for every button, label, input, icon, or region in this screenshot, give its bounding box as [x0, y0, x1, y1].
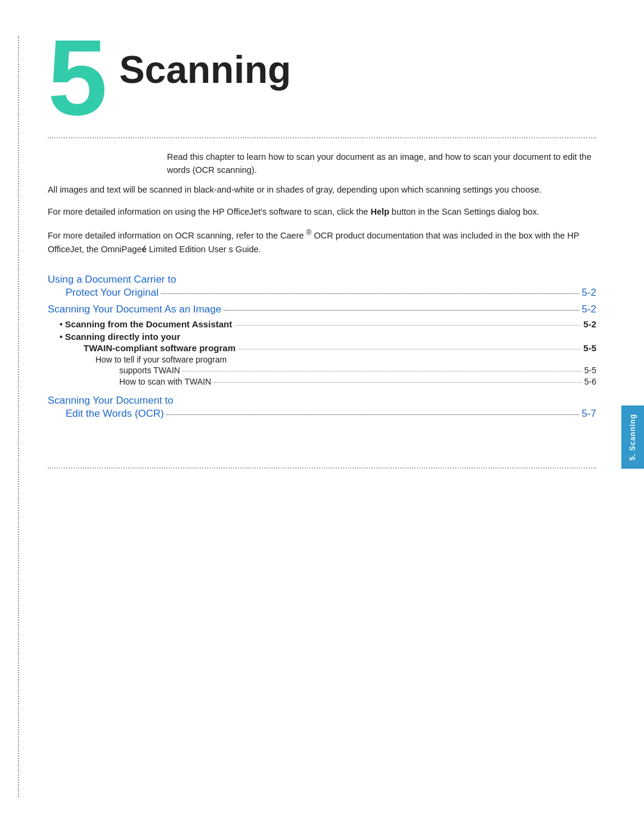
toc-entry-scanning-image: Scanning Your Document As an Image 5-2 — [48, 304, 596, 315]
toc-row-twain-scan: How to scan with TWAIN 5-6 — [48, 377, 596, 386]
body-paragraph2: All images and text will be scanned in b… — [48, 183, 596, 197]
toc-entry-twain-scan: How to scan with TWAIN 5-6 — [48, 377, 596, 386]
toc-page-assistant: 5-2 — [583, 319, 596, 329]
toc-row-directly: • Scanning directly into your — [48, 332, 596, 342]
toc-label-ocr-2: Edit the Words (OCR) — [48, 408, 164, 420]
toc-section: Using a Document Carrier to Protect Your… — [48, 274, 596, 420]
toc-row-assistant: • Scanning from the Document Assistant 5… — [48, 319, 596, 329]
intro-paragraph1: Read this chapter to learn how to scan y… — [167, 150, 596, 177]
toc-dots-ocr — [166, 414, 579, 415]
separator-line-top — [48, 137, 596, 138]
toc-entry-ocr: Scanning Your Document to Edit the Words… — [48, 395, 596, 420]
side-tab-label: 5. Scanning — [628, 414, 637, 460]
toc-entry-assistant: • Scanning from the Document Assistant 5… — [48, 319, 596, 329]
toc-entry-directly: • Scanning directly into your — [48, 332, 596, 342]
toc-row-carrier-2: Protect Your Original 5-2 — [48, 287, 596, 299]
toc-row-supports-1: How to tell if your software program — [48, 355, 596, 364]
chapter-number: 5 — [48, 24, 107, 131]
bullet-assistant: • — [60, 320, 63, 329]
side-tab: 5. Scanning — [621, 405, 644, 469]
toc-dots-assistant — [234, 325, 581, 326]
body-paragraph3: For more detailed information on using t… — [48, 205, 596, 219]
toc-label-twain-scan: How to scan with TWAIN — [119, 377, 211, 386]
toc-dots-twain — [238, 349, 581, 349]
toc-page-twain: 5-5 — [583, 343, 596, 353]
body-paragraph4: For more detailed information on OCR sca… — [48, 227, 596, 256]
toc-entry-using-carrier: Using a Document Carrier to Protect Your… — [48, 274, 596, 299]
toc-label-twain: TWAIN-compliant software program — [83, 343, 236, 353]
toc-page-image: 5-2 — [581, 304, 596, 315]
bullet-directly: • — [60, 332, 63, 342]
toc-row-supports-2: supports TWAIN 5-5 — [48, 366, 596, 375]
toc-row-ocr-1: Scanning Your Document to — [48, 395, 596, 407]
toc-row-carrier-1: Using a Document Carrier to — [48, 274, 596, 286]
separator-line-bottom — [48, 467, 596, 469]
toc-page-carrier: 5-2 — [581, 287, 596, 299]
toc-dots-image — [224, 310, 579, 311]
toc-dots-twain-scan — [213, 382, 582, 383]
chapter-title: Scanning — [119, 48, 291, 92]
toc-dots-carrier — [161, 293, 580, 294]
toc-row-ocr-2: Edit the Words (OCR) 5-7 — [48, 408, 596, 420]
toc-label-assistant: Scanning from the Document Assistant — [65, 319, 232, 329]
toc-page-ocr: 5-7 — [581, 408, 596, 420]
toc-row-twain: TWAIN-compliant software program 5-5 — [48, 343, 596, 353]
toc-entry-supports: How to tell if your software program sup… — [48, 355, 596, 375]
toc-label-ocr-1: Scanning Your Document to — [48, 395, 174, 407]
left-border — [0, 0, 36, 833]
toc-entry-twain: TWAIN-compliant software program 5-5 — [48, 343, 596, 353]
chapter-header: 5 Scanning — [48, 36, 596, 131]
toc-label-supports-1: How to tell if your software program — [95, 355, 227, 364]
toc-label-supports-2: supports TWAIN — [119, 366, 180, 375]
toc-label-directly: Scanning directly into your — [65, 332, 180, 342]
toc-row-image: Scanning Your Document As an Image 5-2 — [48, 304, 596, 315]
toc-label-carrier-1: Using a Document Carrier to — [48, 274, 176, 286]
intro-block: Read this chapter to learn how to scan y… — [167, 150, 596, 177]
toc-page-twain-scan: 5-6 — [584, 377, 596, 386]
toc-label-carrier-2: Protect Your Original — [48, 287, 159, 299]
toc-page-supports: 5-5 — [584, 366, 596, 375]
main-content: 5 Scanning Read this chapter to learn ho… — [36, 0, 644, 833]
page: 5 Scanning Read this chapter to learn ho… — [0, 0, 644, 833]
toc-dots-supports — [182, 371, 582, 371]
toc-label-image: Scanning Your Document As an Image — [48, 304, 221, 315]
